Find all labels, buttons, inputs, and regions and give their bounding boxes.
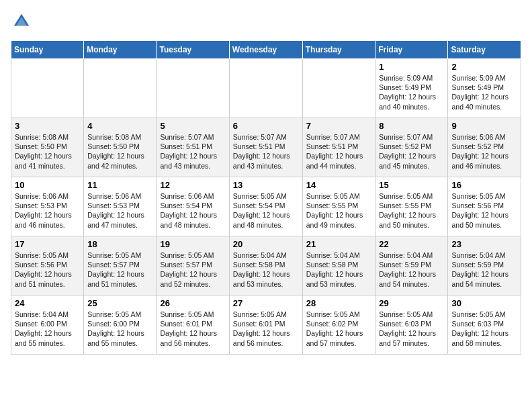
calendar-day-cell: 14Sunrise: 5:05 AM Sunset: 5:55 PM Dayli… bbox=[302, 177, 375, 236]
calendar-day-cell: 16Sunrise: 5:05 AM Sunset: 5:56 PM Dayli… bbox=[448, 177, 521, 236]
weekday-header: Wednesday bbox=[229, 41, 302, 59]
day-info: Sunrise: 5:05 AM Sunset: 5:57 PM Dayligh… bbox=[87, 250, 152, 289]
calendar-day-cell: 1Sunrise: 5:09 AM Sunset: 5:49 PM Daylig… bbox=[375, 59, 448, 118]
day-info: Sunrise: 5:08 AM Sunset: 5:50 PM Dayligh… bbox=[87, 132, 152, 171]
calendar-week-row: 1Sunrise: 5:09 AM Sunset: 5:49 PM Daylig… bbox=[11, 59, 521, 118]
day-number: 1 bbox=[379, 62, 444, 72]
day-number: 14 bbox=[306, 180, 372, 190]
day-number: 9 bbox=[451, 121, 517, 131]
day-info: Sunrise: 5:05 AM Sunset: 6:02 PM Dayligh… bbox=[306, 310, 372, 348]
day-number: 10 bbox=[15, 180, 80, 190]
day-info: Sunrise: 5:07 AM Sunset: 5:51 PM Dayligh… bbox=[233, 132, 299, 171]
calendar-day-cell: 21Sunrise: 5:04 AM Sunset: 5:58 PM Dayli… bbox=[302, 236, 375, 295]
calendar-week-row: 24Sunrise: 5:04 AM Sunset: 6:00 PM Dayli… bbox=[11, 295, 521, 355]
calendar-day-cell: 24Sunrise: 5:04 AM Sunset: 6:00 PM Dayli… bbox=[11, 295, 84, 355]
calendar-day-cell: 3Sunrise: 5:08 AM Sunset: 5:50 PM Daylig… bbox=[11, 118, 84, 177]
calendar-day-cell: 9Sunrise: 5:06 AM Sunset: 5:52 PM Daylig… bbox=[448, 118, 521, 177]
calendar-day-cell: 22Sunrise: 5:04 AM Sunset: 5:59 PM Dayli… bbox=[375, 236, 448, 295]
day-number: 18 bbox=[87, 239, 152, 249]
day-number: 15 bbox=[379, 180, 444, 190]
day-number: 13 bbox=[233, 180, 299, 190]
calendar-day-cell: 26Sunrise: 5:05 AM Sunset: 6:01 PM Dayli… bbox=[157, 295, 229, 355]
calendar-day-cell: 4Sunrise: 5:08 AM Sunset: 5:50 PM Daylig… bbox=[84, 118, 157, 177]
calendar-day-cell: 8Sunrise: 5:07 AM Sunset: 5:52 PM Daylig… bbox=[375, 118, 448, 177]
weekday-header-row: SundayMondayTuesdayWednesdayThursdayFrid… bbox=[11, 41, 521, 59]
day-number: 21 bbox=[306, 239, 372, 249]
calendar-week-row: 3Sunrise: 5:08 AM Sunset: 5:50 PM Daylig… bbox=[11, 118, 521, 177]
calendar-day-cell: 30Sunrise: 5:05 AM Sunset: 6:03 PM Dayli… bbox=[448, 295, 521, 355]
day-info: Sunrise: 5:06 AM Sunset: 5:52 PM Dayligh… bbox=[451, 132, 517, 171]
day-info: Sunrise: 5:06 AM Sunset: 5:54 PM Dayligh… bbox=[160, 191, 225, 230]
calendar-day-cell bbox=[11, 59, 84, 118]
day-number: 17 bbox=[15, 239, 80, 249]
day-number: 24 bbox=[15, 298, 80, 308]
calendar-day-cell: 20Sunrise: 5:04 AM Sunset: 5:58 PM Dayli… bbox=[229, 236, 302, 295]
calendar-day-cell: 28Sunrise: 5:05 AM Sunset: 6:02 PM Dayli… bbox=[302, 295, 375, 355]
day-info: Sunrise: 5:05 AM Sunset: 5:56 PM Dayligh… bbox=[15, 250, 80, 289]
calendar-day-cell: 17Sunrise: 5:05 AM Sunset: 5:56 PM Dayli… bbox=[11, 236, 84, 295]
calendar-day-cell bbox=[84, 59, 157, 118]
day-number: 3 bbox=[15, 121, 80, 131]
calendar-day-cell: 19Sunrise: 5:05 AM Sunset: 5:57 PM Dayli… bbox=[157, 236, 229, 295]
day-info: Sunrise: 5:04 AM Sunset: 5:59 PM Dayligh… bbox=[451, 250, 517, 289]
day-info: Sunrise: 5:05 AM Sunset: 5:57 PM Dayligh… bbox=[160, 250, 225, 289]
calendar-day-cell: 12Sunrise: 5:06 AM Sunset: 5:54 PM Dayli… bbox=[157, 177, 229, 236]
weekday-header: Friday bbox=[375, 41, 448, 59]
day-number: 28 bbox=[306, 298, 372, 308]
logo bbox=[11, 11, 35, 32]
day-info: Sunrise: 5:06 AM Sunset: 5:53 PM Dayligh… bbox=[15, 191, 80, 230]
calendar-day-cell bbox=[302, 59, 375, 118]
calendar-day-cell: 29Sunrise: 5:05 AM Sunset: 6:03 PM Dayli… bbox=[375, 295, 448, 355]
day-info: Sunrise: 5:08 AM Sunset: 5:50 PM Dayligh… bbox=[15, 132, 80, 171]
calendar-day-cell: 10Sunrise: 5:06 AM Sunset: 5:53 PM Dayli… bbox=[11, 177, 84, 236]
day-number: 25 bbox=[87, 298, 152, 308]
day-number: 26 bbox=[160, 298, 225, 308]
day-number: 7 bbox=[306, 121, 372, 131]
calendar-day-cell: 18Sunrise: 5:05 AM Sunset: 5:57 PM Dayli… bbox=[84, 236, 157, 295]
day-number: 29 bbox=[379, 298, 444, 308]
day-info: Sunrise: 5:05 AM Sunset: 5:55 PM Dayligh… bbox=[379, 191, 444, 230]
weekday-header: Thursday bbox=[302, 41, 375, 59]
day-info: Sunrise: 5:06 AM Sunset: 5:53 PM Dayligh… bbox=[87, 191, 152, 230]
calendar-day-cell: 25Sunrise: 5:05 AM Sunset: 6:00 PM Dayli… bbox=[84, 295, 157, 355]
calendar-day-cell: 23Sunrise: 5:04 AM Sunset: 5:59 PM Dayli… bbox=[448, 236, 521, 295]
day-info: Sunrise: 5:05 AM Sunset: 6:03 PM Dayligh… bbox=[379, 310, 444, 348]
calendar-day-cell: 7Sunrise: 5:07 AM Sunset: 5:51 PM Daylig… bbox=[302, 118, 375, 177]
logo-icon bbox=[11, 11, 32, 32]
day-number: 16 bbox=[451, 180, 517, 190]
day-info: Sunrise: 5:09 AM Sunset: 5:49 PM Dayligh… bbox=[379, 73, 444, 111]
weekday-header: Sunday bbox=[11, 41, 84, 59]
day-info: Sunrise: 5:04 AM Sunset: 5:59 PM Dayligh… bbox=[379, 250, 444, 289]
calendar-day-cell: 27Sunrise: 5:05 AM Sunset: 6:01 PM Dayli… bbox=[229, 295, 302, 355]
day-number: 30 bbox=[451, 298, 517, 308]
calendar-day-cell bbox=[157, 59, 229, 118]
day-number: 2 bbox=[451, 62, 517, 72]
day-info: Sunrise: 5:07 AM Sunset: 5:51 PM Dayligh… bbox=[160, 132, 225, 171]
calendar-day-cell: 2Sunrise: 5:09 AM Sunset: 5:49 PM Daylig… bbox=[448, 59, 521, 118]
weekday-header: Tuesday bbox=[157, 41, 229, 59]
calendar-week-row: 10Sunrise: 5:06 AM Sunset: 5:53 PM Dayli… bbox=[11, 177, 521, 236]
calendar-day-cell: 11Sunrise: 5:06 AM Sunset: 5:53 PM Dayli… bbox=[84, 177, 157, 236]
day-number: 27 bbox=[233, 298, 299, 308]
day-info: Sunrise: 5:05 AM Sunset: 5:54 PM Dayligh… bbox=[233, 191, 299, 230]
day-info: Sunrise: 5:09 AM Sunset: 5:49 PM Dayligh… bbox=[451, 73, 517, 111]
day-info: Sunrise: 5:05 AM Sunset: 6:01 PM Dayligh… bbox=[233, 310, 299, 348]
day-info: Sunrise: 5:05 AM Sunset: 5:55 PM Dayligh… bbox=[306, 191, 372, 230]
day-info: Sunrise: 5:05 AM Sunset: 6:03 PM Dayligh… bbox=[451, 310, 517, 348]
calendar-table: SundayMondayTuesdayWednesdayThursdayFrid… bbox=[11, 40, 521, 355]
day-info: Sunrise: 5:04 AM Sunset: 6:00 PM Dayligh… bbox=[15, 310, 80, 348]
day-number: 23 bbox=[451, 239, 517, 249]
calendar-day-cell bbox=[229, 59, 302, 118]
day-info: Sunrise: 5:07 AM Sunset: 5:51 PM Dayligh… bbox=[306, 132, 372, 171]
day-info: Sunrise: 5:05 AM Sunset: 6:01 PM Dayligh… bbox=[160, 310, 225, 348]
day-number: 20 bbox=[233, 239, 299, 249]
weekday-header: Monday bbox=[84, 41, 157, 59]
page-header bbox=[11, 11, 521, 32]
calendar-day-cell: 6Sunrise: 5:07 AM Sunset: 5:51 PM Daylig… bbox=[229, 118, 302, 177]
weekday-header: Saturday bbox=[448, 41, 521, 59]
calendar-day-cell: 15Sunrise: 5:05 AM Sunset: 5:55 PM Dayli… bbox=[375, 177, 448, 236]
calendar-day-cell: 5Sunrise: 5:07 AM Sunset: 5:51 PM Daylig… bbox=[157, 118, 229, 177]
calendar-day-cell: 13Sunrise: 5:05 AM Sunset: 5:54 PM Dayli… bbox=[229, 177, 302, 236]
day-number: 6 bbox=[233, 121, 299, 131]
day-number: 22 bbox=[379, 239, 444, 249]
